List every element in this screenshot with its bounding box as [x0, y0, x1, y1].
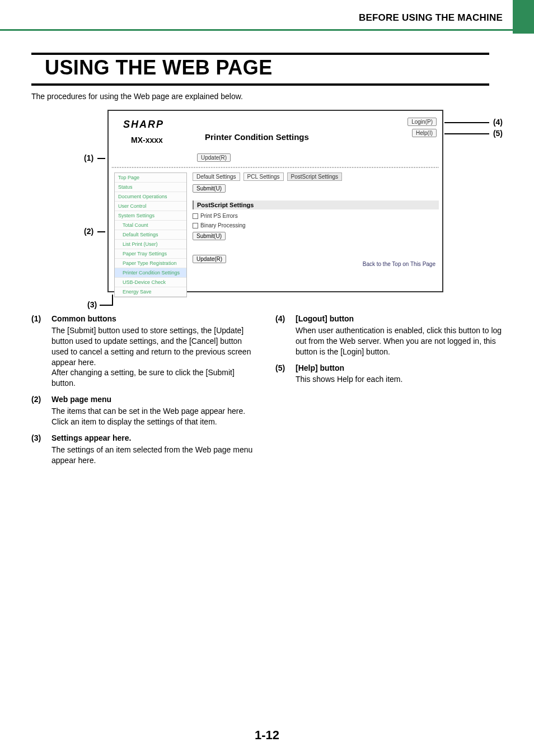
ann-body-1: The [Submit] button used to store settin… [51, 325, 259, 389]
header-rule [0, 29, 513, 31]
ann-body-4: When user authentication is enabled, cli… [296, 325, 503, 357]
tab-default[interactable]: Default Settings [193, 172, 240, 181]
figure-page-title: Printer Condition Settings [205, 132, 309, 142]
submit-button-top[interactable]: Submit(U) [193, 184, 226, 193]
leader-3h [100, 305, 113, 306]
back-to-top-link[interactable]: Back to the Top on This Page [363, 261, 435, 267]
ann-title-5: [Help] button [296, 363, 503, 374]
ann-title-3: Settings appear here. [51, 433, 259, 444]
title-rule-top [31, 53, 489, 55]
nav-paper-tray[interactable]: Paper Tray Settings [115, 249, 186, 259]
nav-printer-condition[interactable]: Printer Condition Settings [115, 268, 186, 278]
update-button-bottom[interactable]: Update(R) [193, 255, 226, 263]
update-button[interactable]: Update(R) [197, 153, 231, 162]
title-rule-bottom [31, 83, 489, 86]
login-button[interactable]: Login(P) [407, 118, 437, 126]
running-header: BEFORE USING THE MACHINE [359, 12, 503, 24]
brand-logo: SHARP [123, 119, 164, 130]
nav-paper-type[interactable]: Paper Type Registration [115, 259, 186, 268]
nav-usb-device[interactable]: USB-Device Check [115, 278, 186, 287]
ann-num-3: (3) [31, 433, 51, 466]
ann-title-2: Web page menu [51, 394, 259, 405]
postscript-settings-header: PostScript Settings [193, 200, 439, 209]
ann-num-1: (1) [31, 314, 51, 389]
page-number: 1-12 [0, 728, 534, 743]
tab-postscript[interactable]: PostScript Settings [287, 172, 342, 181]
leader-3v [112, 295, 113, 305]
ann-num-2: (2) [31, 394, 51, 427]
page-title: USING THE WEB PAGE [45, 56, 273, 80]
settings-content: Default Settings PCL Settings PostScript… [193, 172, 439, 263]
model-name: MX-xxxx [131, 136, 163, 144]
nav-default-settings[interactable]: Default Settings [115, 230, 186, 240]
callout-4: (4) [493, 118, 503, 127]
nav-user-control[interactable]: User Control [115, 202, 186, 211]
opt-label: Print PS Errors [200, 213, 238, 219]
leader-1 [97, 158, 105, 159]
header-divider [112, 167, 439, 168]
nav-top-page[interactable]: Top Page [115, 173, 186, 183]
ann-body-2: The items that can be set in the Web pag… [51, 406, 259, 427]
opt-label: Binary Processing [200, 222, 246, 228]
annotations: (1) Common buttons The [Submit] button u… [31, 314, 503, 472]
nav-list-print[interactable]: List Print (User) [115, 240, 186, 249]
ann-title-4: [Logout] button [296, 314, 503, 324]
submit-button-bottom[interactable]: Submit(U) [193, 232, 226, 240]
ann-num-5: (5) [275, 363, 296, 385]
help-button[interactable]: Help(I) [412, 129, 437, 137]
callout-1: (1) [84, 153, 93, 162]
ann-body-3: The settings of an item selected from th… [51, 445, 259, 466]
opt-binary-processing[interactable]: Binary Processing [193, 222, 439, 228]
callout-5: (5) [493, 129, 503, 138]
nav-status[interactable]: Status [115, 183, 186, 192]
chapter-tab [513, 0, 534, 34]
leader-2 [97, 231, 105, 232]
callout-2: (2) [84, 227, 93, 236]
ann-num-4: (4) [275, 314, 296, 357]
figure-web-page: SHARP MX-xxxx Printer Condition Settings… [107, 110, 443, 292]
nav-system-settings[interactable]: System Settings [115, 211, 186, 221]
ann-title-1: Common buttons [51, 314, 259, 324]
tab-pcl[interactable]: PCL Settings [243, 172, 284, 181]
leader-5 [444, 133, 489, 134]
intro-text: The procedures for using the Web page ar… [31, 92, 243, 101]
nav-total-count[interactable]: Total Count [115, 221, 186, 230]
leader-4 [444, 122, 489, 123]
nav-doc-ops[interactable]: Document Operations [115, 192, 186, 202]
nav-menu: Top Page Status Document Operations User… [114, 172, 187, 297]
opt-print-ps-errors[interactable]: Print PS Errors [193, 213, 439, 219]
callout-3: (3) [87, 300, 97, 309]
checkbox-icon[interactable] [193, 223, 198, 228]
ann-body-5: This shows Help for each item. [296, 374, 503, 385]
nav-energy-save[interactable]: Energy Save [115, 287, 186, 297]
checkbox-icon[interactable] [193, 213, 198, 219]
